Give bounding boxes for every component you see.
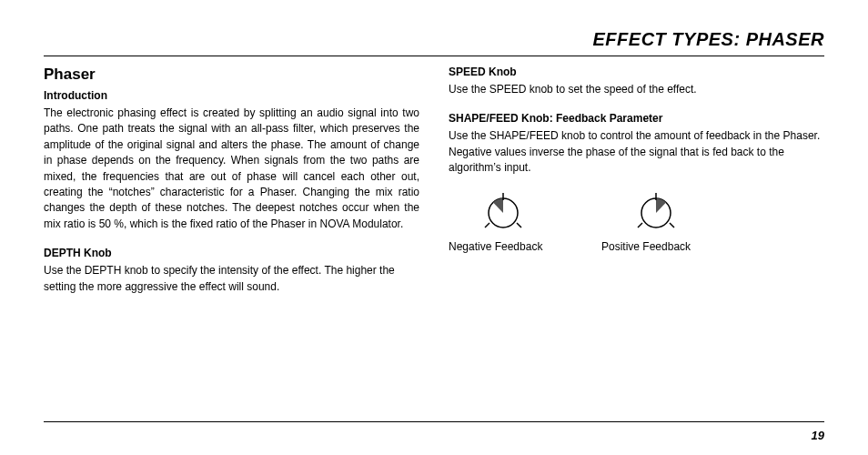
page-number: 19 (812, 429, 824, 442)
intro-heading: Introduction (44, 89, 419, 102)
svg-line-6 (638, 223, 642, 228)
svg-line-7 (670, 223, 674, 228)
svg-line-3 (517, 223, 521, 228)
phaser-heading: Phaser (44, 66, 419, 84)
depth-heading: DEPTH Knob (44, 247, 419, 259)
negative-feedback-label: Negative Feedback (449, 240, 558, 253)
top-rule (44, 56, 824, 56)
knob-row: Negative Feedback Positive Feedback (449, 191, 824, 253)
positive-feedback-label: Positive Feedback (601, 240, 711, 253)
speed-body: Use the SPEED knob to set the speed of t… (449, 82, 824, 97)
knob-icon (634, 191, 678, 235)
negative-feedback-knob-group: Negative Feedback (449, 191, 558, 253)
bottom-rule (44, 421, 824, 422)
page-title: EFFECT TYPES: PHASER (44, 29, 824, 50)
depth-body: Use the DEPTH knob to specify the intens… (44, 263, 419, 295)
content-columns: Phaser Introduction The electronic phasi… (44, 66, 824, 309)
feedback-body: Use the SHAPE/FEED knob to control the a… (449, 128, 824, 176)
feedback-heading: SHAPE/FEED Knob: Feedback Parameter (449, 112, 824, 125)
intro-body: The electronic phasing effect is created… (44, 106, 419, 232)
speed-heading: SPEED Knob (449, 66, 824, 78)
svg-line-2 (485, 223, 490, 228)
positive-feedback-knob-group: Positive Feedback (601, 191, 711, 253)
knob-icon (481, 191, 525, 235)
right-column: SPEED Knob Use the SPEED knob to set the… (449, 66, 824, 309)
left-column: Phaser Introduction The electronic phasi… (44, 66, 419, 309)
